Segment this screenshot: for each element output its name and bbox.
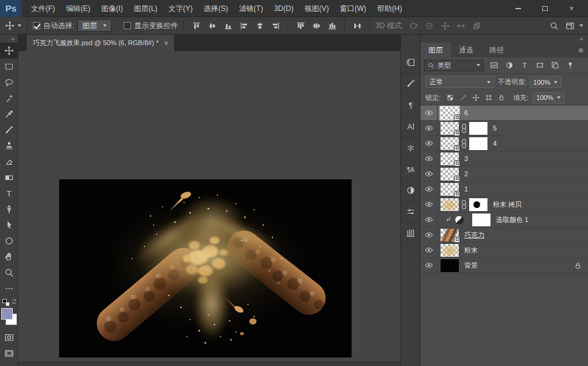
edit-toolbar[interactable] [0,281,18,296]
layer-mask-thumbnail[interactable] [469,137,487,150]
layer-thumbnail[interactable] [441,152,459,165]
tab-close-icon[interactable]: × [164,39,168,48]
auto-select-target-dropdown[interactable]: 图层 [77,20,112,32]
pen-tool[interactable] [0,201,18,217]
panel-tab-character[interactable]: A [401,116,420,137]
menu-item-1[interactable]: 编辑(E) [60,0,96,17]
align-left-edges-button[interactable] [237,19,250,32]
layer-visibility-toggle[interactable] [420,151,437,166]
marquee-tool[interactable] [0,59,18,74]
adjustment-layer-icon[interactable] [455,215,464,224]
panel-menu-icon[interactable]: ≡ [578,43,588,57]
layer-thumbnail[interactable] [441,229,459,242]
layer-thumbnail[interactable] [441,198,459,211]
layer-thumbnail[interactable] [441,122,459,135]
menu-item-9[interactable]: 窗口(W) [335,0,372,17]
panel-tab-2[interactable]: 路径 [481,43,512,57]
close-button[interactable]: × [567,4,576,13]
smart-object-filter-button[interactable] [548,59,561,72]
mask-link-icon[interactable] [461,139,467,148]
align-bottom-edges-button[interactable] [221,19,235,32]
align-v-centers-button[interactable] [205,19,219,32]
align-right-edges-button[interactable] [269,19,282,32]
layer-row-1[interactable]: 5 [420,121,588,136]
layer-row-5[interactable]: 1 [420,182,588,197]
layer-row-8[interactable]: 巧克力 [420,228,588,243]
layer-thumbnail[interactable] [441,107,459,120]
menu-item-7[interactable]: 3D(D) [269,0,299,17]
opacity-dropdown[interactable]: 100% [530,76,561,88]
layer-row-0[interactable]: 6 [420,106,588,121]
layer-visibility-toggle[interactable] [420,106,437,120]
3d-roll-button[interactable] [422,19,436,32]
clone-stamp-tool[interactable] [0,138,18,154]
layer-row-9[interactable]: 粉末 [420,243,588,258]
quick-mask-button[interactable] [0,329,18,345]
eyedropper-tool[interactable] [0,106,18,122]
canvas-pasteboard[interactable] [18,51,400,362]
image-filter-button[interactable] [487,59,500,72]
auto-select-checkbox[interactable] [33,22,40,29]
lock-paint-button[interactable] [458,93,468,103]
menu-item-3[interactable]: 图层(L) [129,0,163,17]
blend-mode-dropdown[interactable]: 正常 [425,76,495,88]
restore-button[interactable] [540,4,549,13]
pin-filter-button[interactable] [564,59,576,72]
panel-collapse-icon[interactable]: » [579,35,583,43]
layer-visibility-toggle[interactable] [420,228,437,242]
mask-link-icon[interactable] [461,200,467,209]
tool-preset-caret-icon[interactable] [18,24,21,27]
mask-link-icon[interactable] [461,124,467,133]
layer-thumbnail[interactable] [441,168,459,181]
layer-visibility-toggle[interactable] [420,182,437,196]
panel-tab-0[interactable]: 图层 [420,43,451,57]
align-h-centers-button[interactable] [253,19,266,32]
menu-item-6[interactable]: 滤镜(T) [233,0,268,17]
type-filter-filter-button[interactable]: T [518,59,531,72]
ellipse-tool[interactable] [0,233,18,249]
swap-colors-icon[interactable] [11,298,18,305]
layer-thumbnail[interactable] [441,244,459,257]
panel-tab-libraries[interactable] [401,223,420,244]
layer-row-3[interactable]: 3 [420,151,588,167]
panel-tab-properties[interactable] [401,201,420,223]
layer-mask-thumbnail[interactable] [469,122,487,135]
panel-tab-1[interactable]: 通道 [451,43,481,57]
menu-item-2[interactable]: 图像(I) [96,0,128,17]
panel-tab-glyphs[interactable]: 字 [401,137,420,159]
layer-thumbnail[interactable] [441,259,459,272]
hand-tool[interactable] [0,249,18,265]
layer-visibility-toggle[interactable] [420,258,437,273]
lock-move-button[interactable] [470,93,481,103]
layer-row-6[interactable]: 粉末 拷贝 [420,197,588,212]
screen-mode-button[interactable] [0,345,18,361]
lock-all-button[interactable] [496,93,506,103]
type-tool[interactable]: T [0,185,18,201]
lock-artboard-button[interactable] [483,93,494,103]
zoom-tool[interactable] [0,265,18,281]
lock-transparent-button[interactable] [445,93,455,103]
move-tool[interactable] [0,43,18,59]
menu-item-0[interactable]: 文件(F) [26,0,60,17]
document-scrollbar[interactable] [18,362,400,366]
foreground-color-swatch[interactable] [1,308,13,320]
shape-filter-button[interactable] [533,59,546,72]
distribute-bottom-button[interactable] [325,19,339,32]
panel-tab-history[interactable] [401,52,420,73]
menu-item-10[interactable]: 帮助(H) [372,0,408,17]
adjustment-filter-button[interactable] [503,59,515,72]
layer-mask-thumbnail[interactable] [472,214,491,226]
layer-thumbnail[interactable] [441,137,459,150]
layer-visibility-toggle[interactable] [420,121,437,135]
layer-visibility-toggle[interactable] [420,212,437,227]
layer-thumbnail[interactable] [441,183,459,196]
layer-row-4[interactable]: 2 [420,167,588,182]
layer-visibility-toggle[interactable] [420,136,437,151]
layer-row-2[interactable]: 4 [420,136,588,151]
layer-row-7[interactable]: 选取颜色 1 [420,212,588,228]
lasso-tool[interactable] [0,74,18,90]
layer-visibility-toggle[interactable] [420,243,437,257]
layer-visibility-toggle[interactable] [420,167,437,181]
direct-selection-tool[interactable] [0,217,18,233]
search-button[interactable] [547,19,561,32]
